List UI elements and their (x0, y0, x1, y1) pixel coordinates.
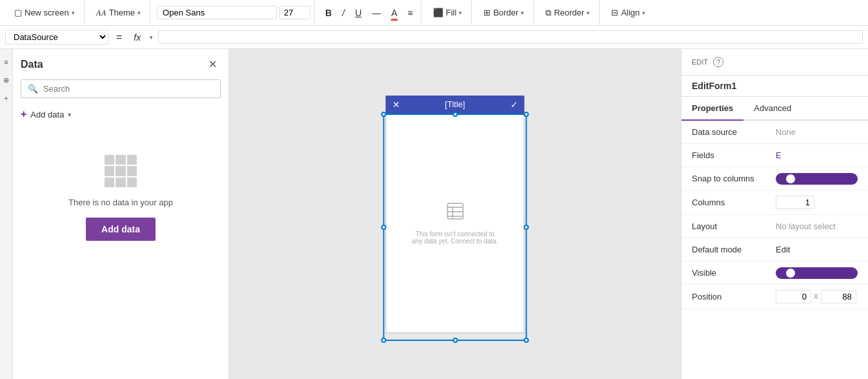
theme-chevron-icon: ▾ (137, 10, 141, 16)
strikethrough-button[interactable]: — (368, 5, 385, 21)
fill-label: Fill (446, 8, 457, 17)
font-color-button[interactable]: A (387, 5, 401, 21)
position-x-input[interactable] (776, 290, 811, 303)
columns-label: Columns (692, 198, 776, 207)
table-icon (105, 155, 137, 187)
add-data-dropdown-button[interactable]: + Add data ▾ (21, 106, 221, 123)
border-group: ⊞ Border ▾ (474, 0, 534, 25)
layers-icon[interactable]: ⊕ (1, 72, 12, 88)
search-icon: 🔍 (28, 84, 38, 94)
equals-symbol: = (114, 32, 125, 43)
empty-state: There is no data in your app Add data (21, 136, 221, 260)
position-y-input[interactable] (821, 290, 856, 303)
help-icon[interactable]: ? (713, 57, 723, 67)
align-right-label: Align (621, 8, 640, 17)
form-close-icon[interactable]: ✕ (392, 99, 400, 110)
border-chevron-icon: ▾ (521, 10, 524, 16)
form-header: ✕ [Title] ✓ (386, 96, 525, 114)
font-group (153, 0, 315, 25)
visible-row: Visible (681, 261, 868, 285)
handle-bottom-left[interactable] (381, 338, 387, 343)
layout-value: No layout select (776, 221, 858, 231)
new-screen-group: ▢ New screen ▾ (5, 0, 85, 25)
fill-icon: ⬛ (433, 8, 443, 17)
form-title: [Title] (445, 99, 465, 109)
fx-button[interactable]: fx (130, 30, 145, 45)
theme-group: 𝐴𝐴 Theme ▾ (87, 0, 150, 25)
data-source-row: Data source None (681, 121, 868, 144)
fields-row: Fields E (681, 144, 868, 167)
font-name-input[interactable] (157, 6, 277, 19)
search-box: 🔍 (21, 79, 221, 98)
font-size-input[interactable] (279, 6, 310, 19)
table-cell-5 (116, 166, 125, 176)
layout-label: Layout (692, 221, 776, 231)
datasource-select[interactable]: DataSource (5, 30, 108, 45)
snap-to-columns-label: Snap to columns (692, 174, 776, 183)
icon-strip: ≡ ⊕ + (0, 49, 13, 379)
table-cell-7 (105, 178, 114, 187)
columns-input[interactable] (776, 196, 814, 209)
formula-input[interactable] (158, 30, 863, 44)
theme-icon: 𝐴𝐴 (96, 8, 106, 18)
data-panel-title: Data (21, 59, 43, 70)
position-x-label: X (814, 293, 818, 300)
theme-button[interactable]: 𝐴𝐴 Theme ▾ (91, 5, 146, 21)
plus-icon: + (21, 108, 26, 120)
chevron-down-icon: ▾ (72, 10, 75, 16)
snap-to-columns-toggle[interactable] (776, 173, 858, 185)
snap-to-columns-row: Snap to columns (681, 167, 868, 190)
tab-advanced[interactable]: Advanced (743, 97, 802, 121)
visible-toggle[interactable] (776, 267, 858, 279)
handle-top-right[interactable] (524, 112, 529, 117)
search-input[interactable] (43, 84, 214, 94)
visible-label: Visible (692, 268, 776, 278)
fill-button[interactable]: ⬛ Fill ▾ (428, 5, 468, 20)
main-layout: ≡ ⊕ + Data ✕ 🔍 + Add data ▾ (0, 49, 868, 379)
fields-value[interactable]: E (776, 150, 858, 160)
tab-properties[interactable]: Properties (681, 97, 743, 121)
border-button[interactable]: ⊞ Border ▾ (478, 5, 529, 20)
reorder-chevron-icon: ▾ (587, 10, 590, 16)
form-container[interactable]: ✕ [Title] ✓ This form isn't connected to… (386, 96, 525, 333)
handle-middle-right[interactable] (524, 225, 529, 230)
add-data-chevron-icon: ▾ (68, 111, 71, 118)
add-data-button[interactable]: Add data (86, 218, 156, 241)
data-source-label: Data source (692, 127, 776, 137)
italic-button[interactable]: / (338, 5, 348, 21)
edit-label: EDIT (692, 58, 708, 66)
form-empty-text: This form isn't connected to any data ye… (410, 230, 500, 245)
table-cell-9 (127, 178, 137, 187)
data-panel-close-button[interactable]: ✕ (205, 57, 221, 72)
align-right-chevron-icon: ▾ (642, 10, 645, 16)
reorder-button[interactable]: ⧉ Reorder ▾ (540, 5, 595, 21)
border-icon: ⊞ (483, 8, 490, 17)
align-right-button[interactable]: ⊟ Align ▾ (606, 5, 651, 20)
data-source-value: None (776, 127, 858, 137)
data-panel-header: Data ✕ (21, 57, 221, 72)
underline-button[interactable]: U (351, 5, 365, 21)
table-cell-4 (105, 166, 114, 176)
format-group: B / U — A ≡ (318, 0, 421, 25)
align-button[interactable]: ≡ (404, 5, 417, 21)
collapse-icon[interactable]: ≡ (1, 54, 12, 70)
reorder-group: ⧉ Reorder ▾ (536, 0, 600, 25)
columns-row: Columns (681, 190, 868, 215)
form-confirm-icon[interactable]: ✓ (510, 99, 518, 110)
insert-icon[interactable]: + (1, 90, 12, 106)
new-screen-label: New screen (25, 8, 69, 17)
canvas-area[interactable]: ✕ [Title] ✓ This form isn't connected to… (229, 49, 681, 379)
handle-bottom-center[interactable] (452, 338, 458, 343)
position-label: Position (692, 292, 776, 302)
props-panel-header: EDIT ? (681, 49, 868, 76)
position-inputs: X (776, 290, 859, 303)
properties-panel: EDIT ? EditForm1 Properties Advanced Dat… (681, 49, 868, 379)
fill-group: ⬛ Fill ▾ (424, 0, 472, 25)
table-cell-8 (116, 178, 125, 187)
handle-bottom-right[interactable] (524, 338, 529, 343)
data-panel: Data ✕ 🔍 + Add data ▾ There is (13, 49, 229, 379)
new-screen-button[interactable]: ▢ New screen ▾ (9, 5, 80, 20)
empty-state-text: There is no data in your app (68, 198, 173, 207)
bold-button[interactable]: B (321, 5, 336, 21)
font-color-icon: A (391, 8, 397, 21)
